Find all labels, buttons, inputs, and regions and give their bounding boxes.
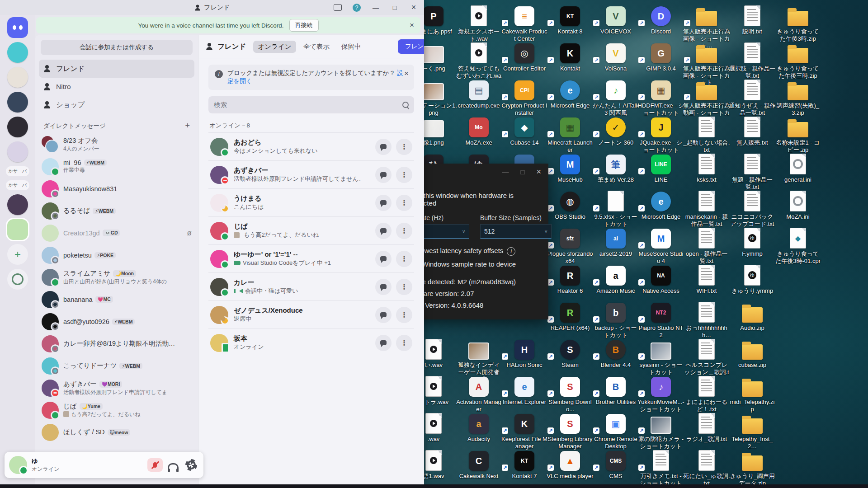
lowest-latency-option[interactable]: Use lowest latency safety offsetsi <box>405 247 542 256</box>
server-avatar[interactable] <box>7 42 28 63</box>
desktop-icon[interactable]: B↗Blender 4.4 <box>592 337 639 369</box>
more-options-button[interactable]: ⋮ <box>396 335 412 351</box>
sync-sample-rate-option[interactable]: Sync Windows sample rate to device <box>405 260 542 268</box>
dm-item[interactable]: asdf@yuto0926⚡WEBM <box>39 310 194 333</box>
desktop-icon[interactable]: midi_Telepathy.zip <box>729 374 776 413</box>
desktop-icon[interactable]: K↗Kontakt <box>547 41 594 72</box>
desktop-icon[interactable]: manisekarin - 親作品一覧.txt <box>683 189 730 227</box>
server-avatar[interactable] <box>7 67 28 88</box>
message-button[interactable] <box>375 251 392 267</box>
server-avatar[interactable] <box>7 194 28 215</box>
desktop-icon[interactable]: ▣↗Chrome Remote Desktop <box>592 411 639 450</box>
desktop-icon[interactable]: ラジオ_歌詞.txt <box>683 411 730 443</box>
desktop-icon[interactable]: KT↗Kontakt 7 <box>501 448 548 480</box>
dm-item[interactable]: るるそば⚡WEBM <box>39 200 194 222</box>
desktop-icon[interactable]: G↗GIMP 3.0.4 <box>637 41 684 72</box>
more-options-button[interactable]: ⋮ <box>396 223 412 239</box>
friend-row[interactable]: カレー会話中・猫は可愛い⋮ <box>208 272 414 300</box>
desktop-icon[interactable]: H↗HALion Sonic <box>501 337 548 369</box>
hidden-eye-icon[interactable]: ø <box>187 229 192 238</box>
desktop-icon[interactable]: ◆きゅうり食ってた午後3時-01.cpr <box>774 226 821 264</box>
desktop-icon[interactable]: 死にたい_ゅ歌詞.txt <box>683 448 730 487</box>
more-options-button[interactable]: ⋮ <box>396 195 412 211</box>
desktop-icon[interactable]: ↗家の防犯カメラ - ショートカット <box>637 411 684 450</box>
friend-row[interactable]: あおどら今はメンションしても来れない⋮ <box>208 132 414 160</box>
add-friend-button[interactable]: フレンドに追加 <box>398 39 424 54</box>
friend-row[interactable]: あずきバー活動者様以外原則フレンド申請許可してません。⋮ <box>208 160 414 188</box>
dm-item[interactable]: bananana💗MC <box>39 288 194 310</box>
sidebar-item-shop[interactable]: ショップ <box>39 96 194 114</box>
desktop-icon[interactable]: ▦↗HDDFMT.exe - ショートカット <box>637 78 684 116</box>
desktop-icon[interactable]: きゅうり_調声用データ.zip <box>729 448 776 487</box>
desktop-icon[interactable]: a↗Amazon Music <box>592 263 639 295</box>
desktop-icon[interactable]: aAudacity <box>455 411 502 443</box>
message-button[interactable] <box>375 139 392 155</box>
desktop-icon[interactable]: ✓↗ノートン 360 <box>592 115 639 146</box>
inbox-icon[interactable] <box>330 2 345 14</box>
desktop-icon[interactable]: KT↗Kontakt 8 <box>547 4 594 35</box>
desktop-icon[interactable]: ◆↗Cubase 14 <box>501 115 548 146</box>
server-avatar[interactable] <box>7 141 28 162</box>
server-avatar[interactable] <box>7 92 28 113</box>
desktop-icon[interactable]: ♪↗YukkunMovieM...- ショートカット <box>637 374 684 413</box>
desktop-icon[interactable]: CCakewalk Next <box>455 448 502 480</box>
add-server-button[interactable]: + <box>7 244 28 265</box>
desktop-icon[interactable]: おっhhhhhhhhhh… <box>683 300 730 338</box>
more-options-button[interactable]: ⋮ <box>396 139 412 155</box>
join-or-create-conversation-button[interactable]: 会話に参加または作成する <box>41 40 193 55</box>
server-pill[interactable]: かサーバ <box>6 180 29 190</box>
dm-item[interactable]: Creator13gd💀GDø <box>39 222 194 244</box>
server-avatar[interactable] <box>7 219 28 240</box>
dm-item[interactable]: カレー卯丼@8/19より期限不明活動… <box>39 333 194 355</box>
desktop-icon[interactable]: R↗Reaktor 6 <box>547 263 594 295</box>
message-button[interactable] <box>375 307 392 323</box>
friend-row[interactable]: ゆーゆー' or '1'='1' --Visual Studio Codeをプレ… <box>208 244 414 272</box>
desktop-icon[interactable]: e↗Microsoft Edge <box>637 189 684 221</box>
desktop-icon[interactable]: open - 親作品一覧.txt <box>683 226 730 264</box>
desktop-icon[interactable]: S↗Steinberg Downlo... <box>547 374 594 413</box>
sidebar-item-friends[interactable]: フレンド <box>39 60 194 78</box>
desktop-icon[interactable]: まにまにわーるど！.txt <box>683 374 730 413</box>
deafen-icon[interactable] <box>165 458 181 472</box>
desktop-icon[interactable]: 通知うぜえ - 親作品一覧.txt <box>729 78 776 116</box>
desktop-icon[interactable]: K↗Keepforest File Manager <box>501 411 548 450</box>
friend-row[interactable]: じばもう高2だってよ、だるいね⋮ <box>208 216 414 244</box>
desktop-icon[interactable]: general.ini <box>774 152 821 183</box>
desktop-icon[interactable]: M↗MuseScore Studio 4 <box>637 226 684 264</box>
more-options-button[interactable]: ⋮ <box>396 167 412 183</box>
dm-item[interactable]: 8/23 オフ会4人のメンバー <box>39 133 194 155</box>
desktop-icon[interactable]: ◎↗Controller Editor <box>501 41 548 72</box>
dm-item[interactable]: Masayukisnow831 <box>39 178 194 200</box>
desktop-icon[interactable]: b↗backup - ショートカット <box>592 300 639 338</box>
friend-row[interactable]: うけまるこんにちは⋮ <box>208 188 414 216</box>
desktop-icon[interactable]: ♪↗かんたん！AITalk 3 関西風 <box>592 78 639 116</box>
desktop-icon[interactable]: ▦↗Minecraft Launcher <box>547 115 594 153</box>
desktop-icon[interactable]: S↗Steinberg Library Manager <box>547 411 594 450</box>
reconnect-button[interactable]: 再接続 <box>289 19 319 32</box>
dialog-maximize-button[interactable]: □ <box>520 168 524 176</box>
desktop-icon[interactable]: e↗Internet Explorer <box>501 374 548 406</box>
desktop-icon[interactable]: ゆF.ymmp <box>729 226 776 258</box>
server-avatar[interactable] <box>7 117 28 137</box>
message-button[interactable] <box>375 195 392 211</box>
server-pill[interactable]: かサーバ <box>6 166 29 176</box>
desktop-icon[interactable]: NA↗Native Access <box>637 263 684 295</box>
more-options-button[interactable]: ⋮ <box>396 307 412 323</box>
desktop-icon[interactable]: 無題 - 親作品一覧.txt <box>729 152 776 190</box>
dm-item[interactable]: じば🌙Yumeもう高2だってよ、だるいね <box>39 399 194 421</box>
desktop-icon[interactable]: 筆↗筆まめ Ver.28 <box>592 152 639 183</box>
friends-search-input[interactable]: 検索 <box>208 96 414 113</box>
explore-servers-button[interactable] <box>7 269 28 290</box>
desktop-icon[interactable]: M↗MuseHub <box>547 152 594 183</box>
discord-home-button[interactable] <box>7 17 28 38</box>
desktop-icon[interactable]: CMS↗CMS <box>592 448 639 480</box>
minimize-button[interactable]: — <box>368 2 383 14</box>
desktop-icon[interactable]: 選択肢 - 親作品一覧.txt <box>729 41 776 79</box>
desktop-icon[interactable]: J↗JQuake.exe - ショートカット <box>637 115 684 153</box>
desktop-icon[interactable]: sfz↗Plogue sforzando x64 <box>547 226 594 264</box>
close-button[interactable]: × <box>406 2 421 14</box>
banner-close-icon[interactable]: × <box>410 21 414 30</box>
desktop-icon[interactable]: ゆきゅうり.ymmp <box>729 263 776 295</box>
desktop-icon[interactable]: ▤createdump.exe <box>455 78 502 109</box>
tab-保留中[interactable]: 保留中 <box>337 41 366 53</box>
